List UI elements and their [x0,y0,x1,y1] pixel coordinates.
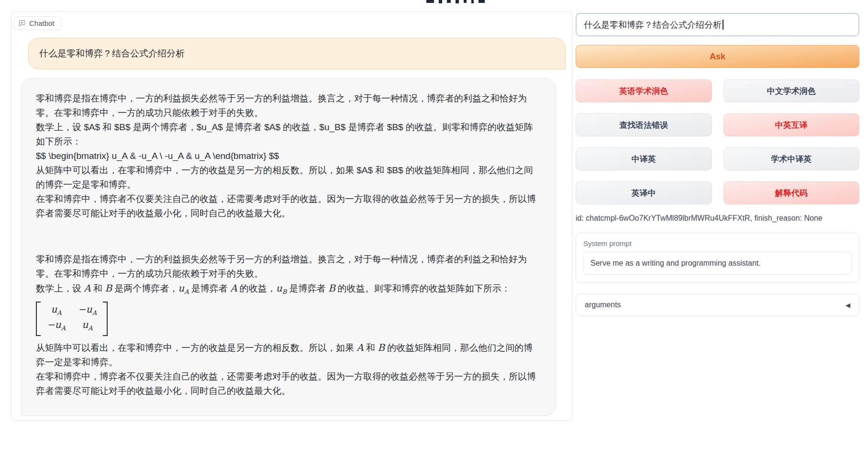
bot-p2-line1: 零和博弈是指在博弈中，一方的利益损失必然等于另一方的利益增益。换言之，对于每一种… [36,252,541,281]
completion-status-line: id: chatcmpl-6wOo7KrYTwMl89lbrMWRu4UkFFX… [576,214,859,223]
system-prompt-input[interactable]: Serve me as a writing and programming as… [583,252,852,275]
math-var: uA [178,282,189,294]
user-message-text: 什么是零和博弈？结合公式介绍分析 [39,48,185,58]
question-input[interactable]: 什么是零和博弈？结合公式介绍分析 [576,13,859,36]
matrix-cell: −uA [47,319,66,334]
chatbot-label-text: Chatbot [29,19,55,27]
chat-bubble-icon [18,20,26,27]
math-var: B [105,282,112,294]
bot-message-bubble: 零和博弈是指在博弈中，一方的利益损失必然等于另一方的利益增益。换言之，对于每一种… [21,78,556,416]
math-var: uB [276,282,287,294]
controls-column: 什么是零和博弈？结合公式介绍分析 Ask 英语学术润色 中文学术润色 查找语法错… [576,13,859,316]
ask-button[interactable]: Ask [576,45,859,68]
btn-en-to-zh[interactable]: 英译中 [576,181,712,204]
bot-p1-line1: 零和博弈是指在博弈中，一方的利益损失必然等于另一方的利益增益。换言之，对于每一种… [36,91,541,120]
chatbot-panel: Chatbot 什么是零和博弈？结合公式介绍分析 零和博弈是指在博弈中，一方的利… [11,11,572,421]
matrix-cell: uA [78,319,97,334]
math-var: A [356,342,363,353]
system-prompt-label: System prompt [583,239,852,247]
question-input-value: 什么是零和博弈？结合公式介绍分析 [584,19,722,31]
arguments-accordion-label: arguments [585,301,621,309]
bot-p1-line5: 在零和博弈中，博弈者不仅要关注自己的收益，还需要考虑对手的收益。因为一方取得的收… [36,192,541,221]
math-var: A [84,282,90,294]
math-var: B [378,342,385,353]
btn-explain-code[interactable]: 解释代码 [723,181,860,204]
btn-zh-to-en[interactable]: 中译英 [576,147,712,170]
quick-action-grid: 英语学术润色 中文学术润色 查找语法错误 中英互译 中译英 学术中译英 英译中 … [576,79,859,204]
app-root: Chatbot 什么是零和博弈？结合公式介绍分析 零和博弈是指在博弈中，一方的利… [0,0,868,460]
matrix-left-bracket [36,302,41,336]
user-message-bubble: 什么是零和博弈？结合公式介绍分析 [28,38,566,69]
message-list: 什么是零和博弈？结合公式介绍分析 零和博弈是指在博弈中，一方的利益损失必然等于另… [21,38,566,416]
answer-separator [36,221,541,252]
bot-p2-line5: 在零和博弈中，博弈者不仅要关注自己的收益，还需要考虑对手的收益。因为一方取得的收… [36,370,541,398]
text-cursor [723,20,723,30]
bot-p1-line4: 从矩阵中可以看出，在零和博弈中，一方的收益是另一方的相反数。所以，如果 $A$ … [36,163,541,192]
math-var: A [230,282,237,294]
matrix-right-bracket [103,302,108,336]
chatbot-label: Chatbot [13,16,61,30]
btn-academic-zh-to-en[interactable]: 学术中译英 [723,147,860,170]
clipped-heading-glyphs [426,0,485,4]
bot-p1-line2: 数学上，设 $A$ 和 $B$ 是两个博弈者，$u_A$ 是博弈者 $A$ 的收… [36,120,541,149]
btn-chinese-academic-polish[interactable]: 中文学术润色 [723,79,860,102]
btn-find-grammar-errors[interactable]: 查找语法错误 [576,113,712,136]
btn-zh-en-mutual-translate[interactable]: 中英互译 [723,113,860,136]
matrix-cell: uA [47,303,66,319]
matrix-cell: −uA [78,303,97,319]
arguments-accordion[interactable]: arguments ◀ [576,294,859,316]
btn-english-academic-polish[interactable]: 英语学术润色 [576,79,712,102]
bot-p1-latex: $$ \begin{bmatrix} u_A & -u_A \ -u_A & u… [36,149,541,163]
left-triangle-icon: ◀ [846,302,850,309]
payoff-matrix: uA −uA −uA uA [36,302,108,336]
bot-p2-after-line: 从矩阵中可以看出，在零和博弈中，一方的收益是另一方的相反数。所以，如果 A 和 … [36,340,541,370]
system-prompt-group: System prompt Serve me as a writing and … [576,233,859,283]
math-var: B [328,282,335,294]
bot-p2-math-line: 数学上，设 A 和 B 是两个博弈者，uA 是博弈者 A 的收益，uB 是博弈者… [36,281,541,299]
